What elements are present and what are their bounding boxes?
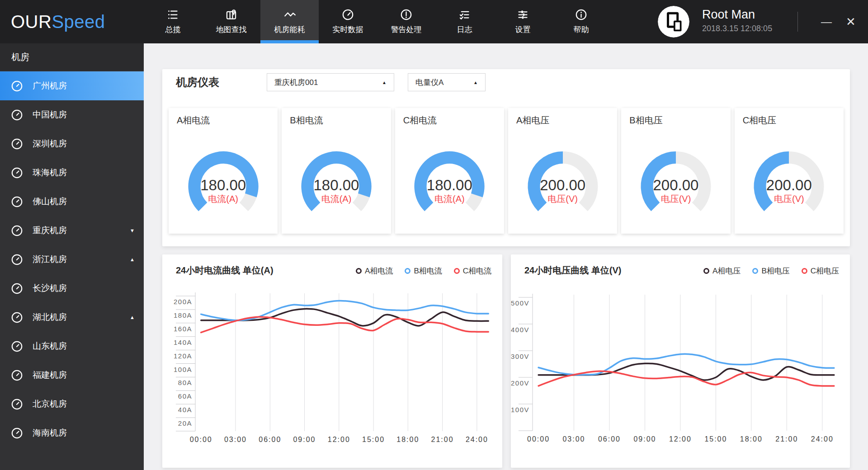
caret-up-icon: ▲ — [473, 80, 478, 85]
caret-up-icon[interactable]: ▲ — [130, 315, 135, 320]
meters-panel: 机房仪表 重庆机房001 ▲ 电量仪A ▲ A相电流180.00电流(A)B相电… — [162, 69, 850, 246]
gauge-icon — [11, 427, 23, 439]
sidebar-item-长沙机房[interactable]: 长沙机房 — [0, 274, 144, 303]
nav-tab-日志[interactable]: 日志 — [435, 0, 494, 43]
nav-tab-机房能耗[interactable]: 机房能耗 — [260, 0, 319, 43]
sidebar-item-海南机房[interactable]: 海南机房 — [0, 418, 144, 447]
svg-text:100V: 100V — [511, 406, 529, 414]
gauge-card-row: A相电流180.00电流(A)B相电流180.00电流(A)C相电流180.00… — [169, 108, 844, 234]
main-content: 机房仪表 重庆机房001 ▲ 电量仪A ▲ A相电流180.00电流(A)B相电… — [144, 43, 868, 470]
svg-text:200A: 200A — [174, 298, 192, 306]
sidebar-item-重庆机房[interactable]: 重庆机房▼ — [0, 216, 144, 245]
meter-select-value: 电量仪A — [415, 77, 443, 88]
svg-text:160A: 160A — [174, 325, 192, 333]
svg-text:00:00: 00:00 — [190, 436, 212, 443]
svg-text:40A: 40A — [178, 406, 192, 414]
svg-text:15:00: 15:00 — [362, 436, 385, 443]
svg-text:15:00: 15:00 — [704, 435, 727, 443]
svg-text:60A: 60A — [178, 392, 192, 400]
svg-text:12:00: 12:00 — [328, 436, 350, 443]
sidebar-item-福建机房[interactable]: 福建机房 — [0, 361, 144, 390]
gauge-card-A相电流: A相电流180.00电流(A) — [169, 108, 278, 234]
nav-tab-label: 帮助 — [574, 24, 589, 35]
caret-down-icon[interactable]: ▼ — [130, 228, 135, 233]
gauge-card-B相电流: B相电流180.00电流(A) — [282, 108, 391, 234]
current-chart-panel: 24小时电流曲线 单位(A) A相电流B相电流C相电流 200A180A160A… — [162, 254, 502, 468]
gauge-icon — [11, 282, 23, 295]
close-button[interactable]: ✕ — [839, 0, 863, 43]
speedometer-icon — [342, 9, 354, 21]
sidebar-item-湖北机房[interactable]: 湖北机房▲ — [0, 303, 144, 332]
svg-text:180A: 180A — [174, 311, 192, 319]
sidebar-item-珠海机房[interactable]: 珠海机房 — [0, 158, 144, 187]
caret-up-icon: ▲ — [382, 80, 387, 85]
svg-text:80A: 80A — [178, 379, 192, 386]
gauge-unit-label: 电流(A) — [169, 193, 278, 205]
gauge-icon — [11, 311, 23, 324]
user-name: Root Man — [702, 8, 772, 22]
sidebar-item-中国机房[interactable]: 中国机房 — [0, 100, 144, 129]
log-icon — [458, 9, 471, 21]
caret-up-icon[interactable]: ▲ — [130, 257, 135, 262]
nav-tab-实时数据[interactable]: 实时数据 — [319, 0, 377, 43]
svg-text:03:00: 03:00 — [224, 436, 247, 443]
gauge-card-C相电流: C相电流180.00电流(A) — [395, 108, 504, 234]
svg-text:21:00: 21:00 — [775, 435, 798, 443]
gauge-icon — [11, 340, 23, 352]
gauge-value: 180.00 — [169, 177, 278, 194]
nav-tab-地图查找[interactable]: 地图查找 — [202, 0, 260, 43]
sidebar-item-浙江机房[interactable]: 浙江机房▲ — [0, 245, 144, 274]
sidebar-item-山东机房[interactable]: 山东机房 — [0, 332, 144, 361]
gauge-icon — [11, 254, 23, 266]
svg-text:120A: 120A — [174, 352, 192, 360]
sidebar-item-广州机房[interactable]: 广州机房 — [0, 71, 144, 100]
gauge-unit-label: 电流(A) — [395, 193, 504, 205]
svg-text:400V: 400V — [511, 326, 529, 334]
nav-tab-警告处理[interactable]: 警告处理 — [377, 0, 435, 43]
sidebar-item-佛山机房[interactable]: 佛山机房 — [0, 187, 144, 216]
settings-icon — [517, 9, 529, 21]
user-devices-icon — [658, 6, 689, 38]
nav-tab-label: 日志 — [457, 24, 472, 35]
alert-icon — [400, 9, 412, 21]
meter-select[interactable]: 电量仪A ▲ — [408, 73, 486, 91]
svg-text:00:00: 00:00 — [527, 435, 550, 443]
nav-tab-label: 地图查找 — [216, 24, 247, 35]
svg-text:24:00: 24:00 — [811, 435, 834, 443]
svg-text:06:00: 06:00 — [598, 435, 621, 443]
gauge-icon — [11, 80, 23, 92]
sidebar-item-label: 北京机房 — [33, 398, 67, 410]
sidebar-item-label: 福建机房 — [33, 369, 67, 381]
room-select[interactable]: 重庆机房001 ▲ — [267, 73, 394, 91]
svg-text:18:00: 18:00 — [740, 435, 763, 443]
gauge-icon — [11, 167, 23, 179]
gauge-value: 180.00 — [282, 177, 391, 194]
gauge-unit-label: 电压(V) — [508, 193, 617, 205]
logo-text-accent: Speed — [52, 12, 105, 32]
gauge-card-title: B相电流 — [290, 114, 323, 127]
gauge-icon — [11, 109, 23, 121]
avatar[interactable] — [658, 6, 689, 38]
gauge-card-A相电压: A相电压200.00电压(V) — [508, 108, 617, 234]
sidebar-item-北京机房[interactable]: 北京机房 — [0, 390, 144, 418]
svg-text:500V: 500V — [511, 299, 529, 307]
sidebar-item-label: 山东机房 — [33, 340, 67, 352]
svg-text:09:00: 09:00 — [633, 435, 656, 443]
svg-text:20A: 20A — [178, 419, 192, 427]
sidebar-item-label: 浙江机房 — [33, 254, 67, 265]
svg-text:06:00: 06:00 — [259, 436, 281, 443]
gauge-value: 200.00 — [508, 177, 617, 194]
svg-text:200V: 200V — [511, 379, 529, 387]
gauge-card-title: C相电压 — [743, 114, 776, 127]
nav-tab-帮助[interactable]: 帮助 — [552, 0, 610, 43]
nav-tab-设置[interactable]: 设置 — [494, 0, 552, 43]
topbar-divider — [797, 12, 798, 32]
list-icon — [167, 9, 179, 21]
minimize-button[interactable]: — — [814, 0, 839, 43]
nav-tab-总揽[interactable]: 总揽 — [144, 0, 202, 43]
sidebar-item-深圳机房[interactable]: 深圳机房 — [0, 129, 144, 158]
gauge-unit-label: 电流(A) — [282, 193, 391, 205]
nav-tab-label: 总揽 — [165, 24, 181, 35]
sidebar-item-label: 中国机房 — [33, 109, 67, 121]
svg-text:21:00: 21:00 — [431, 436, 454, 443]
